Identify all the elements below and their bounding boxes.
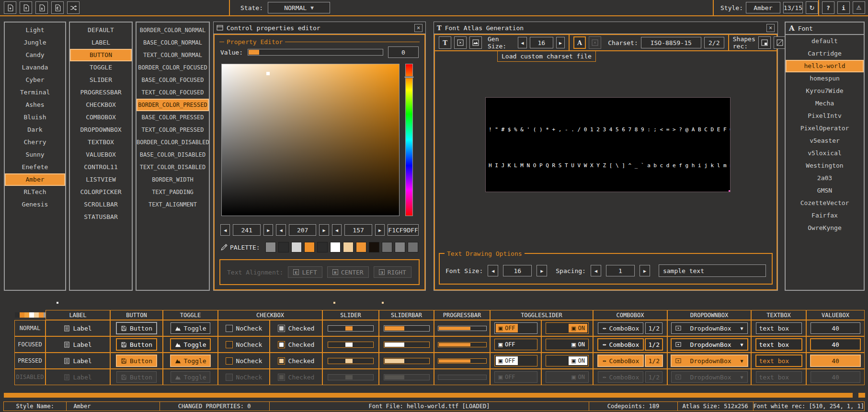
font-text-button[interactable]: T bbox=[439, 36, 451, 49]
prop-item-text-padding[interactable]: TEXT_PADDING bbox=[137, 186, 209, 198]
style-item-terminal[interactable]: Terminal bbox=[5, 86, 65, 99]
style-item-bluish[interactable]: Bluish bbox=[5, 111, 65, 124]
prop-item-text-color-focused[interactable]: TEXT_COLOR_FOCUSED bbox=[137, 86, 209, 99]
palette-swatch-12[interactable] bbox=[408, 242, 418, 252]
help-button[interactable]: ? bbox=[822, 1, 834, 14]
prop-item-base-color-disabled[interactable]: BASE_COLOR_DISABLED bbox=[137, 149, 209, 161]
palette-swatch-11[interactable] bbox=[395, 242, 405, 252]
palette-swatch-1[interactable] bbox=[265, 242, 276, 252]
prop-item-text-color-pressed[interactable]: TEXT_COLOR_PRESSED bbox=[137, 124, 209, 136]
style-item-lavanda[interactable]: Lavanda bbox=[5, 61, 65, 74]
prop-item-border-color-disabled[interactable]: BORDER_COLOR_DISABLED bbox=[137, 136, 209, 149]
new-style-button[interactable] bbox=[4, 1, 16, 14]
export-atlas-image-button[interactable] bbox=[469, 36, 482, 49]
style-item-amber-selected[interactable]: Amber bbox=[5, 173, 65, 186]
preview-toggle[interactable]: Toggle bbox=[171, 322, 211, 334]
scrollbar-thumb[interactable] bbox=[4, 393, 853, 398]
export-style-button[interactable] bbox=[51, 1, 64, 14]
preview-combobox[interactable]: ◂▸ComboBox bbox=[598, 355, 643, 366]
preview-checkbox-checked[interactable] bbox=[278, 325, 285, 332]
control-item-scrollbar[interactable]: SCROLLBAR bbox=[70, 198, 132, 211]
prop-item-text-alignment[interactable]: TEXT_ALIGNMENT bbox=[137, 198, 209, 211]
control-item-valuebox[interactable]: VALUEBOX bbox=[70, 149, 132, 161]
preview-button[interactable]: Button bbox=[116, 339, 157, 350]
style-item-cyber[interactable]: Cyber bbox=[5, 74, 65, 86]
control-item-button-selected[interactable]: BUTTON bbox=[70, 49, 132, 61]
value-slider[interactable] bbox=[248, 49, 383, 56]
font-item-2a03[interactable]: 2a03 bbox=[786, 172, 864, 184]
style-item-ashes[interactable]: Ashes bbox=[5, 99, 65, 111]
preview-textbox[interactable]: text box bbox=[756, 339, 802, 350]
palette-swatch-2[interactable] bbox=[278, 242, 289, 252]
preview-dropdownbox[interactable]: DropdownBox▼ bbox=[671, 355, 748, 366]
style-item-sunny[interactable]: Sunny bbox=[5, 149, 65, 161]
preview-slider[interactable] bbox=[328, 374, 374, 380]
control-item-colorpicker[interactable]: COLORPICKER bbox=[70, 186, 132, 198]
font-item-hello-world-selected[interactable]: hello-world bbox=[786, 60, 864, 72]
control-item-progressbar[interactable]: PROGRESSBAR bbox=[70, 86, 132, 99]
control-item-slider[interactable]: SLIDER bbox=[70, 74, 132, 86]
reload-style-button[interactable]: ↻ bbox=[806, 1, 818, 14]
control-item-dropdownbox[interactable]: DROPDOWNBOX bbox=[70, 124, 132, 136]
preview-valuebox[interactable]: 40 bbox=[811, 339, 860, 350]
font-item-homespun[interactable]: homespun bbox=[786, 72, 864, 85]
style-item-dark[interactable]: Dark bbox=[5, 124, 65, 136]
preview-button[interactable]: Button bbox=[116, 355, 157, 366]
preview-button[interactable]: Button bbox=[116, 322, 157, 334]
font-item-kyrou7wide[interactable]: Kyrou7Wide bbox=[786, 85, 864, 97]
preview-dropdownbox[interactable]: DropdownBox▼ bbox=[671, 371, 748, 383]
shapes-rec-corner-button[interactable] bbox=[758, 36, 771, 49]
preview-combobox[interactable]: ◂▸ComboBox bbox=[598, 339, 643, 350]
align-right-button[interactable]: ◨ RIGHT bbox=[374, 266, 411, 278]
prop-item-border-width[interactable]: BORDER_WIDTH bbox=[137, 173, 209, 186]
preview-combobox-counter[interactable]: 1/2 bbox=[645, 322, 662, 334]
hex-color-textbox[interactable]: F1CF9DFF bbox=[388, 224, 419, 236]
preview-combobox[interactable]: ◂▸ComboBox bbox=[598, 371, 643, 383]
font-size-value-box[interactable]: 16 bbox=[503, 265, 532, 276]
gen-size-increment-button[interactable]: ▶ bbox=[556, 37, 565, 48]
prop-item-border-color-pressed-selected[interactable]: BORDER_COLOR_PRESSED bbox=[137, 99, 209, 111]
preview-textbox[interactable]: text box bbox=[756, 371, 802, 383]
style-item-jungle[interactable]: Jungle bbox=[5, 36, 65, 49]
preview-checkbox-unchecked[interactable] bbox=[226, 374, 233, 381]
save-style-button[interactable] bbox=[35, 1, 48, 14]
charset-value-box[interactable]: ISO-8859-15 bbox=[641, 37, 701, 48]
palette-swatch-7[interactable] bbox=[343, 242, 354, 252]
style-item-light[interactable]: Light bbox=[5, 24, 65, 36]
preview-toggleslider-off[interactable]: ▣OFF bbox=[494, 339, 537, 350]
preview-toggleslider-off[interactable]: ▣OFF bbox=[494, 322, 537, 334]
issue-button[interactable]: ⚠ bbox=[853, 1, 865, 14]
prop-item-base-color-focused[interactable]: BASE_COLOR_FOCUSED bbox=[137, 74, 209, 86]
spacing-increment-button[interactable]: ▶ bbox=[640, 265, 650, 276]
prop-item-base-color-pressed[interactable]: BASE_COLOR_PRESSED bbox=[137, 111, 209, 124]
preview-toggleslider-off[interactable]: ▣OFF bbox=[494, 355, 537, 366]
preview-toggleslider-on[interactable]: ▣ON bbox=[546, 355, 589, 366]
control-item-control11[interactable]: CONTROL11 bbox=[70, 161, 132, 173]
preview-sliderbar[interactable] bbox=[384, 342, 430, 348]
preview-checkbox-checked[interactable] bbox=[278, 357, 285, 365]
horizontal-scrollbar[interactable] bbox=[4, 393, 865, 398]
control-item-toggle[interactable]: TOGGLE bbox=[70, 61, 132, 74]
preview-dropdownbox[interactable]: DropdownBox▼ bbox=[671, 339, 748, 350]
clear-atlas-image-button[interactable] bbox=[454, 36, 467, 49]
font-item-pixeloperator[interactable]: PixelOperator bbox=[786, 122, 864, 135]
prop-item-border-color-focused[interactable]: BORDER_COLOR_FOCUSED bbox=[137, 61, 209, 74]
style-item-enefete[interactable]: Enefete bbox=[5, 161, 65, 173]
font-size-increment-button[interactable]: ▶ bbox=[537, 265, 547, 276]
font-item-fairfax[interactable]: Fairfax bbox=[786, 209, 864, 222]
font-item-owrekynge[interactable]: OwreKynge bbox=[786, 222, 864, 234]
font-item-default[interactable]: default bbox=[786, 35, 864, 47]
gen-size-value-box[interactable]: 16 bbox=[530, 37, 553, 48]
preview-checkbox-checked[interactable] bbox=[278, 341, 285, 348]
color-picker-cursor[interactable] bbox=[266, 72, 270, 75]
font-item-cartridge[interactable]: Cartridge bbox=[786, 47, 864, 60]
load-style-button[interactable] bbox=[20, 1, 32, 14]
load-charset-button[interactable]: A bbox=[573, 36, 586, 49]
preview-dropdownbox[interactable]: DropdownBox▼ bbox=[671, 322, 748, 334]
preview-toggle[interactable]: Toggle bbox=[171, 339, 211, 350]
preview-valuebox[interactable]: 40 bbox=[811, 355, 860, 366]
info-button[interactable]: i bbox=[837, 1, 850, 14]
palette-swatch-5[interactable] bbox=[317, 242, 328, 252]
preview-toggleslider-on[interactable]: ▣ON bbox=[546, 371, 589, 383]
control-item-default[interactable]: DEFAULT bbox=[70, 24, 132, 36]
